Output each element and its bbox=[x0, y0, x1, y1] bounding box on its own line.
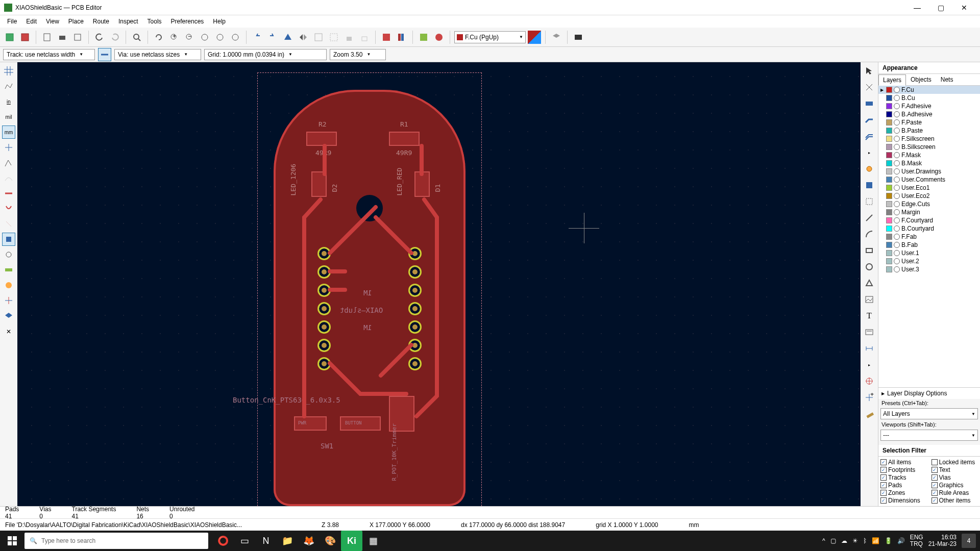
units-mm-button[interactable]: mm bbox=[2, 126, 15, 139]
filter-zones[interactable]: ✓Zones bbox=[880, 489, 927, 496]
auto-track-width-toggle[interactable] bbox=[98, 48, 111, 61]
layers-manager-toggle[interactable] bbox=[2, 309, 15, 322]
visibility-toggle-icon[interactable] bbox=[894, 152, 900, 158]
visibility-toggle-icon[interactable] bbox=[894, 103, 900, 109]
refresh-icon[interactable] bbox=[152, 31, 165, 44]
tray-language[interactable]: ENGTRQ bbox=[910, 534, 923, 547]
menu-place[interactable]: Place bbox=[64, 16, 88, 27]
layer-color-swatch[interactable] bbox=[886, 136, 892, 142]
via-display-toggle[interactable] bbox=[2, 248, 15, 261]
route-track-tool[interactable] bbox=[863, 113, 876, 127]
polygon-tool[interactable] bbox=[863, 277, 876, 290]
flip-icon[interactable] bbox=[281, 31, 295, 44]
filter-locked-items[interactable]: Locked items bbox=[932, 459, 978, 466]
layer-row[interactable]: F.Adhesive bbox=[878, 102, 980, 110]
tray-onedrive-icon[interactable]: ☁ bbox=[841, 537, 847, 544]
net-color-toggle[interactable] bbox=[2, 294, 15, 307]
tray-weather-icon[interactable]: ☀ bbox=[852, 537, 858, 544]
rect-tool[interactable] bbox=[863, 244, 876, 257]
tray-battery-icon[interactable]: 🔋 bbox=[885, 537, 892, 544]
pad-display-toggle[interactable] bbox=[2, 233, 15, 246]
app-explorer-icon[interactable]: 📁 bbox=[277, 531, 298, 551]
layer-row[interactable]: User.Drawings bbox=[878, 167, 980, 176]
layer-color-swatch[interactable] bbox=[886, 242, 892, 248]
curved-ratsnest-toggle[interactable] bbox=[2, 171, 15, 185]
origin-tool[interactable] bbox=[863, 374, 876, 388]
zoom-tool-icon[interactable] bbox=[229, 31, 242, 44]
arc-tool[interactable] bbox=[863, 228, 876, 241]
visibility-toggle-icon[interactable] bbox=[894, 258, 900, 264]
filter-tracks[interactable]: ✓Tracks bbox=[880, 474, 927, 481]
grid-origin-tool[interactable]: + bbox=[863, 391, 876, 404]
layer-color-swatch[interactable] bbox=[886, 144, 892, 150]
menu-view[interactable]: View bbox=[42, 16, 63, 27]
layer-row[interactable]: B.Fab bbox=[878, 241, 980, 249]
visibility-toggle-icon[interactable] bbox=[894, 160, 900, 166]
filter-vias[interactable]: ✓Vias bbox=[932, 474, 978, 481]
layer-color-swatch[interactable] bbox=[886, 87, 892, 93]
layer-row[interactable]: B.Cu bbox=[878, 94, 980, 102]
layer-pair-swatch[interactable] bbox=[528, 31, 541, 44]
visibility-toggle-icon[interactable] bbox=[894, 250, 900, 256]
zone-outline-toggle[interactable] bbox=[2, 217, 15, 231]
high-contrast-toggle[interactable] bbox=[2, 279, 15, 292]
maximize-button[interactable]: ▢ bbox=[929, 0, 952, 15]
layer-row[interactable]: B.Paste bbox=[878, 127, 980, 135]
page-settings-icon[interactable] bbox=[40, 31, 54, 44]
visibility-toggle-icon[interactable] bbox=[894, 95, 900, 101]
taskbar-search[interactable]: 🔍Type here to search bbox=[24, 533, 208, 549]
undo-icon[interactable] bbox=[93, 31, 106, 44]
zoom-in-icon[interactable]: + bbox=[167, 31, 181, 44]
rotate-cw-icon[interactable] bbox=[266, 31, 279, 44]
layer-color-swatch[interactable] bbox=[886, 266, 892, 272]
visibility-toggle-icon[interactable] bbox=[894, 201, 900, 207]
net-highlight-toggle[interactable] bbox=[2, 187, 15, 200]
visibility-toggle-icon[interactable] bbox=[894, 234, 900, 240]
layer-color-swatch[interactable] bbox=[886, 119, 892, 126]
filter-rule-areas[interactable]: ✓Rule Areas bbox=[932, 489, 978, 496]
visibility-toggle-icon[interactable] bbox=[894, 168, 900, 174]
ungroup-icon[interactable] bbox=[327, 31, 340, 44]
layer-color-swatch[interactable] bbox=[886, 250, 892, 256]
visibility-toggle-icon[interactable] bbox=[894, 266, 900, 272]
layer-color-swatch[interactable] bbox=[886, 177, 892, 183]
app-notion-icon[interactable]: N bbox=[255, 531, 277, 551]
layer-row[interactable]: Edge.Cuts bbox=[878, 200, 980, 208]
layer-color-swatch[interactable] bbox=[886, 168, 892, 174]
rotate-ccw-icon[interactable] bbox=[251, 31, 264, 44]
viewports-select[interactable]: ---▼ bbox=[880, 430, 978, 441]
visibility-toggle-icon[interactable] bbox=[894, 217, 900, 223]
layer-color-swatch[interactable] bbox=[886, 128, 892, 134]
3d-viewer-icon[interactable] bbox=[550, 31, 563, 44]
layer-row[interactable]: F.Courtyard bbox=[878, 216, 980, 224]
visibility-toggle-icon[interactable] bbox=[894, 177, 900, 183]
visibility-toggle-icon[interactable] bbox=[894, 87, 900, 93]
visibility-toggle-icon[interactable] bbox=[894, 144, 900, 150]
layer-color-swatch[interactable] bbox=[886, 201, 892, 207]
footprint-editor-icon[interactable] bbox=[380, 31, 393, 44]
layer-color-swatch[interactable] bbox=[886, 209, 892, 215]
layer-row[interactable]: F.Silkscreen bbox=[878, 135, 980, 143]
update-from-schematic-icon[interactable] bbox=[417, 31, 430, 44]
rule-area-tool[interactable] bbox=[863, 195, 876, 208]
layer-row[interactable]: User.1 bbox=[878, 249, 980, 257]
layer-row[interactable]: B.Mask bbox=[878, 159, 980, 167]
print-icon[interactable] bbox=[56, 31, 69, 44]
layer-row[interactable]: F.Fab bbox=[878, 233, 980, 241]
measure-tool[interactable] bbox=[863, 407, 876, 420]
layer-color-swatch[interactable] bbox=[886, 226, 892, 232]
layer-row[interactable]: F.Mask bbox=[878, 151, 980, 159]
group-icon[interactable] bbox=[312, 31, 325, 44]
layer-row[interactable]: B.Courtyard bbox=[878, 224, 980, 233]
layer-row[interactable]: User.3 bbox=[878, 265, 980, 273]
circle-tool[interactable] bbox=[863, 260, 876, 273]
layer-color-swatch[interactable] bbox=[886, 111, 892, 117]
tray-volume-icon[interactable]: 🔊 bbox=[897, 537, 905, 544]
track-display-toggle[interactable] bbox=[2, 263, 15, 277]
app-firefox-icon[interactable]: 🦊 bbox=[298, 531, 320, 551]
ratsnest-toggle[interactable] bbox=[2, 156, 15, 169]
zoom-select[interactable]: Zoom 3.50▼ bbox=[330, 49, 386, 60]
image-tool[interactable] bbox=[863, 293, 876, 306]
layer-row[interactable]: User.Eco2 bbox=[878, 192, 980, 200]
start-button[interactable] bbox=[0, 531, 24, 551]
